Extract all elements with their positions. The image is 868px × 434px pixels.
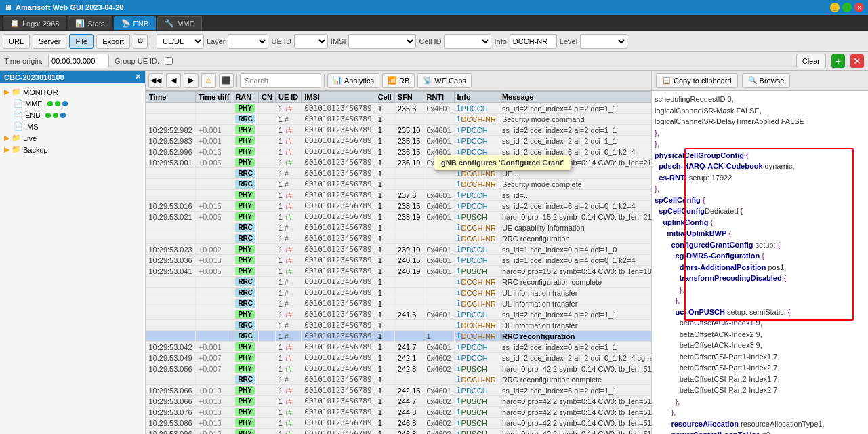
copy-icon: 📋 bbox=[662, 76, 671, 85]
table-row[interactable]: 10:29:53.016 +0.015 PHY 1 ↓# 00101012345… bbox=[146, 201, 652, 212]
table-row[interactable]: RRC 1 # 001010123456789 1 ℹDCCH-NR Secur… bbox=[146, 179, 652, 190]
cell-diff bbox=[195, 320, 232, 331]
url-button[interactable]: URL bbox=[3, 34, 30, 49]
sidebar-item-monitor[interactable]: ▶ 📁 MONITOR bbox=[3, 86, 142, 98]
sidebar-item-backup[interactable]: ▶ 📁 Backup bbox=[3, 144, 142, 155]
sidebar-item-ims[interactable]: 📄 IMS bbox=[3, 121, 142, 132]
code-line: schedulingRequestID 0, bbox=[655, 94, 865, 105]
nav-prev-button[interactable]: ◀ bbox=[166, 73, 181, 88]
table-row[interactable]: 10:29:53.086 +0.010 PHY 1 ↑# 00101012345… bbox=[146, 418, 652, 429]
cell-ran: RRC bbox=[232, 320, 259, 331]
table-row[interactable]: 10:29:53.021 +0.005 PHY 1 ↑# 00101012345… bbox=[146, 212, 652, 222]
table-row[interactable]: 10:29:53.023 +0.002 PHY 1 ↓# 00101012345… bbox=[146, 244, 652, 255]
table-row[interactable]: 10:29:52.982 +0.001 PHY 1 ↓# 00101012345… bbox=[146, 125, 652, 136]
imsi-select[interactable] bbox=[348, 34, 416, 49]
table-row[interactable]: 10:29:52.983 +0.001 PHY 1 ↓# 00101012345… bbox=[146, 136, 652, 146]
ue-id-select[interactable] bbox=[294, 34, 328, 49]
level-select[interactable] bbox=[580, 34, 627, 49]
nav-warn-button[interactable]: ⚠ bbox=[201, 73, 216, 88]
cell-info: ℹDCCH-NR bbox=[454, 374, 499, 385]
tab-logs[interactable]: 📋 Logs: 2968 bbox=[3, 16, 66, 30]
table-row[interactable]: RRC 1 # 001010123456789 1 1 ℹDCCH-NR RRC… bbox=[146, 331, 652, 342]
minimize-button[interactable]: _ bbox=[830, 3, 840, 12]
rb-button[interactable]: 📶 RB bbox=[382, 73, 415, 88]
cell-info: ℹPUSCH bbox=[454, 396, 499, 407]
info-icon: ℹ bbox=[457, 299, 460, 308]
title-bar-controls[interactable]: _ □ × bbox=[830, 3, 864, 12]
cell-cn bbox=[259, 114, 276, 125]
search-input[interactable] bbox=[240, 73, 321, 88]
nav-next-button[interactable]: ▶ bbox=[184, 73, 199, 88]
table-row[interactable]: PHY 1 ↓# 001010123456789 1 237.6 0x4601 … bbox=[146, 190, 652, 201]
cell-cn bbox=[259, 244, 276, 255]
layer-select[interactable] bbox=[228, 34, 268, 49]
cell-ran: PHY bbox=[232, 146, 259, 157]
clear-button[interactable]: Clear bbox=[796, 54, 826, 68]
table-row[interactable]: 10:29:53.042 +0.001 PHY 1 ↓# 00101012345… bbox=[146, 342, 652, 353]
info-label: Info bbox=[494, 37, 506, 45]
cell-cell: 1 bbox=[375, 374, 394, 385]
group-ue-checkbox[interactable] bbox=[165, 57, 173, 65]
tab-stats[interactable]: 📊 Stats bbox=[68, 16, 112, 30]
tab-enb[interactable]: 📡 ENB bbox=[114, 16, 157, 30]
analytics-button[interactable]: 📊 Analytics bbox=[327, 73, 379, 88]
table-row[interactable]: RRC 1 # 001010123456789 1 ℹDCCH-NR UE ca… bbox=[146, 222, 652, 233]
table-row[interactable]: 10:29:53.096 +0.010 PHY 1 ↑# 00101012345… bbox=[146, 429, 652, 435]
time-origin-input[interactable] bbox=[48, 54, 109, 68]
server-button[interactable]: Server bbox=[33, 34, 66, 49]
table-row[interactable]: PHY 1 ↓# 001010123456789 1 235.6 0x4601 … bbox=[146, 103, 652, 114]
table-row[interactable]: 10:29:53.056 +0.007 PHY 1 ↑# 00101012345… bbox=[146, 363, 652, 374]
cell-time bbox=[146, 233, 196, 244]
sidebar-item-mme[interactable]: 📄 MME bbox=[3, 98, 142, 109]
uecaps-button[interactable]: 📡 WE Caps bbox=[417, 73, 471, 88]
remove-filter-button[interactable]: ✕ bbox=[850, 54, 864, 68]
settings-button[interactable]: ⚙ bbox=[133, 34, 148, 49]
cell-diff: +0.001 bbox=[195, 342, 232, 353]
file-button[interactable]: File bbox=[69, 34, 94, 49]
browse-button[interactable]: 🔍 Browse bbox=[742, 73, 791, 88]
sidebar-item-enb[interactable]: 📄 ENB bbox=[3, 109, 142, 121]
table-row[interactable]: RRC 1 # 001010123456789 1 ℹDCCH-NR UE ..… bbox=[146, 168, 652, 179]
table-row[interactable]: 10:29:53.049 +0.007 PHY 1 ↓# 00101012345… bbox=[146, 353, 652, 363]
table-row[interactable]: RRC 1 # 001010123456789 1 ℹDCCH-NR UL in… bbox=[146, 298, 652, 309]
cell-imsi: 001010123456789 bbox=[302, 288, 375, 298]
table-row[interactable]: 10:29:53.066 +0.010 PHY 1 ↓# 00101012345… bbox=[146, 396, 652, 407]
export-button[interactable]: Export bbox=[96, 34, 130, 49]
table-row[interactable]: PHY 1 ↓# 001010123456789 1 241.6 0x4601 … bbox=[146, 309, 652, 320]
add-filter-button[interactable]: + bbox=[831, 54, 845, 68]
tab-mme[interactable]: 🔧 MME bbox=[157, 16, 202, 30]
nav-stop-button[interactable]: ⬛ bbox=[219, 73, 234, 88]
table-row[interactable]: 10:29:52.996 +0.013 PHY 1 ↓# 00101012345… bbox=[146, 146, 652, 157]
maximize-button[interactable]: □ bbox=[842, 3, 852, 12]
cell-time: 10:29:53.021 bbox=[146, 212, 196, 222]
table-row[interactable]: 10:29:53.036 +0.013 PHY 1 ↓# 00101012345… bbox=[146, 255, 652, 266]
cell-cn bbox=[259, 396, 276, 407]
cell-cn bbox=[259, 233, 276, 244]
cell-time bbox=[146, 190, 196, 201]
sidebar-item-live[interactable]: ▶ 📁 Live bbox=[3, 132, 142, 144]
table-row[interactable]: RRC 1 # 001010123456789 1 ℹDCCH-NR UL in… bbox=[146, 288, 652, 298]
cell-id-select[interactable] bbox=[444, 34, 491, 49]
info-input[interactable] bbox=[510, 34, 557, 49]
table-row[interactable]: RRC 1 # 001010123456789 1 ℹDCCH-NR RRC r… bbox=[146, 233, 652, 244]
cell-cell: 1 bbox=[375, 255, 394, 266]
table-row[interactable]: 10:29:53.041 +0.005 PHY 1 ↑# 00101012345… bbox=[146, 266, 652, 277]
info-icon: ℹ bbox=[457, 418, 460, 427]
ul-dl-select[interactable]: UL/DL UL DL bbox=[157, 34, 204, 49]
close-button[interactable]: × bbox=[854, 3, 864, 12]
table-row[interactable]: 10:29:53.001 +0.005 PHY 1 ↑# 00101012345… bbox=[146, 157, 652, 168]
table-row[interactable]: RRC 1 # 001010123456789 1 ℹDCCH-NR Secur… bbox=[146, 114, 652, 125]
cell-imsi: 001010123456789 bbox=[302, 244, 375, 255]
cell-cn bbox=[259, 342, 276, 353]
close-sidebar-icon[interactable]: ✕ bbox=[135, 73, 141, 81]
table-row[interactable]: RRC 1 # 001010123456789 1 ℹDCCH-NR RRC r… bbox=[146, 374, 652, 385]
right-panel-code[interactable]: schedulingRequestID 0,logicalChannelSR-M… bbox=[652, 91, 868, 434]
nav-first-button[interactable]: ◀◀ bbox=[148, 73, 163, 88]
table-row[interactable]: RRC 1 # 001010123456789 1 ℹDCCH-NR DL in… bbox=[146, 320, 652, 331]
info-icon: ℹ bbox=[457, 104, 460, 113]
table-row[interactable]: RRC 1 # 001010123456789 1 ℹDCCH-NR RRC r… bbox=[146, 277, 652, 288]
cell-diff: +0.007 bbox=[195, 353, 232, 363]
table-row[interactable]: 10:29:53.066 +0.010 PHY 1 ↓# 00101012345… bbox=[146, 385, 652, 396]
copy-clipboard-button[interactable]: 📋 Copy to clipboard bbox=[656, 73, 738, 88]
table-row[interactable]: 10:29:53.076 +0.010 PHY 1 ↑# 00101012345… bbox=[146, 407, 652, 418]
